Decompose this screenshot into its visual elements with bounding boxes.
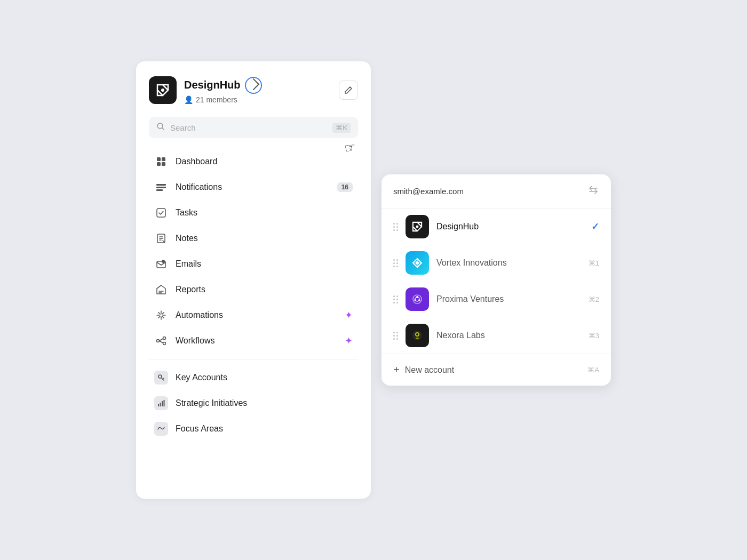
section-list: Key Accounts Strategic Initiatives xyxy=(149,365,358,442)
nav-label-emails: Emails xyxy=(176,259,353,269)
strategic-icon xyxy=(154,396,168,410)
tasks-icon xyxy=(154,206,168,220)
notes-icon xyxy=(154,231,168,245)
workspace-item-vortex[interactable]: Vortex Innovations ⌘1 xyxy=(382,245,611,281)
nav-label-strategic: Strategic Initiatives xyxy=(176,398,353,408)
dashboard-icon xyxy=(154,155,168,169)
notifications-badge: 16 xyxy=(337,182,353,192)
notifications-icon xyxy=(154,180,168,194)
search-icon xyxy=(156,122,165,133)
svg-rect-5 xyxy=(162,162,165,166)
members-icon: 👤 xyxy=(184,95,193,104)
app-header: DesignHub 👤 21 members xyxy=(149,76,358,104)
nav-list: Dashboard Notifications 16 Task xyxy=(149,149,358,354)
app-logo xyxy=(149,76,177,104)
new-account-plus-icon: + xyxy=(393,364,400,376)
app-info: DesignHub 👤 21 members xyxy=(184,77,339,104)
workspace-name-nexora: Nexora Labs xyxy=(436,331,581,340)
svg-rect-3 xyxy=(162,157,165,161)
workspace-item-designhub[interactable]: DesignHub ✓ xyxy=(382,209,611,245)
edit-icon xyxy=(344,86,353,94)
svg-point-12 xyxy=(162,260,165,263)
svg-rect-31 xyxy=(416,338,419,339)
svg-rect-19 xyxy=(162,401,163,406)
search-shortcut: ⌘K xyxy=(332,123,351,133)
nav-item-focus-areas[interactable]: Focus Areas xyxy=(149,416,358,442)
workspace-list: DesignHub ✓ Vortex Innovations ⌘1 xyxy=(382,209,611,354)
svg-point-0 xyxy=(161,89,164,92)
switch-icon[interactable] xyxy=(587,184,599,198)
drag-handle xyxy=(393,295,398,303)
workspace-logo-nexora xyxy=(406,324,429,347)
right-panel: smith@examle.com xyxy=(382,174,611,386)
nav-label-tasks: Tasks xyxy=(176,208,353,218)
workspace-logo-designhub xyxy=(406,215,429,238)
key-accounts-icon xyxy=(154,371,168,385)
workspace-shortcut-vortex: ⌘1 xyxy=(589,259,599,267)
logo-icon xyxy=(154,82,171,99)
nav-divider xyxy=(149,359,358,359)
drag-handle xyxy=(393,223,398,231)
nav-item-notifications[interactable]: Notifications 16 xyxy=(149,174,358,200)
workflows-icon xyxy=(154,334,168,348)
workspace-logo-proxima xyxy=(406,287,429,311)
svg-rect-9 xyxy=(157,209,165,217)
svg-rect-18 xyxy=(160,403,161,406)
workspace-logo-vortex xyxy=(406,251,429,275)
new-account-label: New account xyxy=(405,365,583,375)
svg-rect-17 xyxy=(158,404,159,406)
workspace-name-proxima: Proxima Ventures xyxy=(436,294,581,304)
edit-button[interactable] xyxy=(339,81,358,100)
expand-button[interactable] xyxy=(245,77,262,94)
nav-item-notes[interactable]: Notes xyxy=(149,226,358,251)
nav-label-automations: Automations xyxy=(176,310,337,320)
nav-item-tasks[interactable]: Tasks xyxy=(149,200,358,226)
nav-label-focus-areas: Focus Areas xyxy=(176,424,353,434)
workflows-sparkle: ✦ xyxy=(345,335,353,347)
svg-point-14 xyxy=(163,337,166,340)
nav-label-reports: Reports xyxy=(176,285,353,294)
svg-point-26 xyxy=(414,299,416,301)
svg-point-30 xyxy=(416,333,418,335)
reports-icon xyxy=(154,283,168,297)
nav-item-emails[interactable]: Emails xyxy=(149,251,358,277)
search-bar[interactable]: Search ⌘K xyxy=(149,117,358,138)
drag-handle xyxy=(393,259,398,267)
nav-label-dashboard: Dashboard xyxy=(176,157,353,166)
nav-item-reports[interactable]: Reports xyxy=(149,277,358,302)
nav-item-strategic[interactable]: Strategic Initiatives xyxy=(149,390,358,416)
nav-item-key-accounts[interactable]: Key Accounts xyxy=(149,365,358,390)
drag-handle xyxy=(393,332,398,340)
automations-icon xyxy=(154,308,168,322)
workspace-shortcut-proxima: ⌘2 xyxy=(589,295,599,303)
workspace-check-designhub: ✓ xyxy=(591,221,599,233)
workspace-name-vortex: Vortex Innovations xyxy=(436,258,581,268)
svg-rect-20 xyxy=(164,400,165,406)
nav-item-dashboard[interactable]: Dashboard xyxy=(149,149,358,174)
workspace-item-nexora[interactable]: Nexora Labs ⌘3 xyxy=(382,317,611,354)
automations-sparkle: ✦ xyxy=(345,309,353,321)
nav-item-workflows[interactable]: Workflows ✦ xyxy=(149,328,358,354)
nav-item-automations[interactable]: Automations ✦ xyxy=(149,302,358,328)
svg-point-25 xyxy=(416,296,418,298)
svg-rect-2 xyxy=(157,157,161,161)
new-account-shortcut: ⌘A xyxy=(587,366,599,374)
rp-header: smith@examle.com xyxy=(382,174,611,209)
svg-point-27 xyxy=(418,299,420,301)
focus-areas-icon xyxy=(154,422,168,436)
members-count: 21 members xyxy=(196,95,237,104)
nav-label-key-accounts: Key Accounts xyxy=(176,373,353,382)
nav-label-workflows: Workflows xyxy=(176,336,337,346)
workspace-item-proxima[interactable]: Proxima Ventures ⌘2 xyxy=(382,281,611,317)
svg-rect-6 xyxy=(156,184,166,186)
svg-rect-7 xyxy=(156,187,166,188)
svg-point-15 xyxy=(163,342,166,345)
svg-point-22 xyxy=(416,261,419,265)
svg-rect-8 xyxy=(156,189,163,191)
emails-icon xyxy=(154,257,168,271)
workspace-name-designhub: DesignHub xyxy=(436,222,584,231)
svg-point-21 xyxy=(416,226,419,228)
nav-label-notes: Notes xyxy=(176,234,353,243)
new-account-row[interactable]: + New account ⌘A xyxy=(382,354,611,386)
workspace-shortcut-nexora: ⌘3 xyxy=(589,332,599,340)
